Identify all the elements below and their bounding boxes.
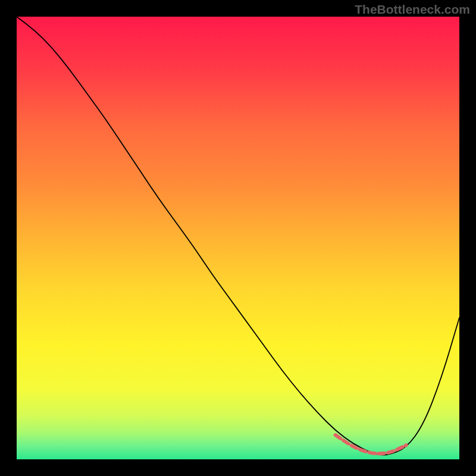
plot-area bbox=[17, 17, 459, 459]
chart-svg bbox=[17, 17, 459, 459]
watermark-text: TheBottleneck.com bbox=[355, 2, 470, 17]
gradient-background bbox=[17, 17, 459, 459]
chart-container: TheBottleneck.com bbox=[0, 0, 476, 476]
